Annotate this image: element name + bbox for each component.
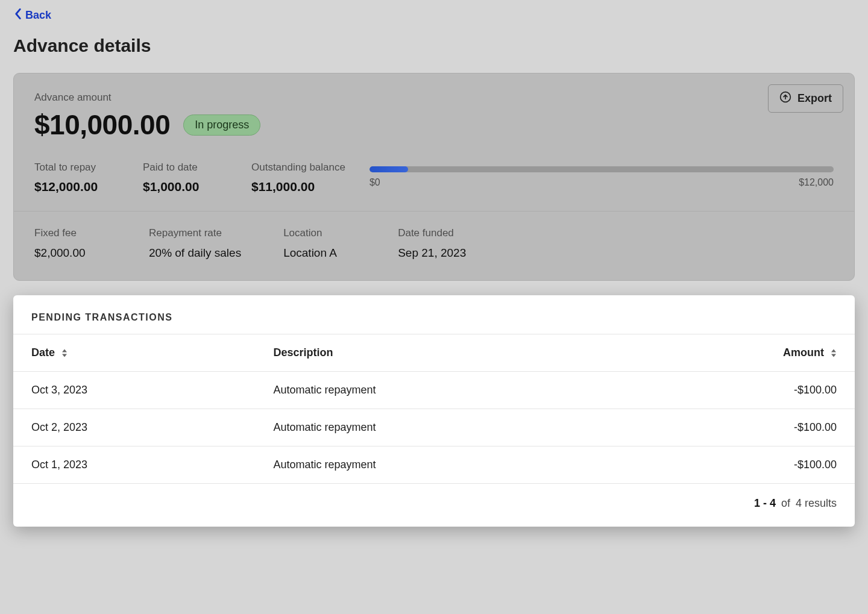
table-pagination: 1 - 4 of 4 results	[13, 483, 855, 527]
transactions-table: Date Description Amount	[13, 334, 855, 483]
sort-icon	[61, 349, 68, 357]
export-label: Export	[797, 92, 832, 105]
advance-amount-label: Advance amount	[34, 92, 834, 104]
cell-description: Automatic repayment	[256, 446, 620, 484]
meta-value: Sep 21, 2023	[398, 246, 470, 260]
col-description[interactable]: Description	[256, 334, 620, 372]
meta-label: Fixed fee	[34, 227, 107, 239]
stat-value: $11,000.00	[251, 180, 345, 194]
page-title: Advance details	[13, 36, 855, 56]
export-button[interactable]: Export	[768, 84, 843, 113]
progress-min-label: $0	[370, 177, 380, 188]
cell-date: Oct 2, 2023	[13, 409, 256, 446]
cell-amount: -$100.00	[619, 372, 855, 409]
col-description-label: Description	[274, 346, 333, 359]
progress-fill	[370, 166, 408, 172]
pagination-total: 4 results	[796, 497, 837, 509]
progress-bar	[370, 166, 834, 172]
cell-date: Oct 3, 2023	[13, 372, 256, 409]
advance-amount-value: $10,000.00	[34, 108, 170, 141]
cell-description: Automatic repayment	[256, 372, 620, 409]
meta-fixed-fee: Fixed fee $2,000.00	[34, 227, 107, 260]
meta-value: Location A	[283, 246, 356, 260]
stat-value: $12,000.00	[34, 180, 119, 194]
stat-label: Outstanding balance	[251, 161, 345, 174]
meta-value: $2,000.00	[34, 246, 107, 260]
status-badge: In progress	[183, 114, 260, 136]
pagination-of: of	[781, 497, 790, 509]
stat-label: Paid to date	[143, 161, 227, 174]
chevron-left-icon	[14, 8, 22, 22]
stat-total-to-repay: Total to repay $12,000.00	[34, 161, 119, 194]
stat-paid-to-date: Paid to date $1,000.00	[143, 161, 227, 194]
repayment-progress: $0 $12,000	[370, 161, 834, 188]
back-label: Back	[25, 9, 51, 22]
pagination-range: 1 - 4	[754, 497, 776, 509]
meta-date-funded: Date funded Sep 21, 2023	[398, 227, 470, 260]
col-date-label: Date	[31, 346, 55, 359]
col-amount[interactable]: Amount	[619, 334, 855, 372]
table-row[interactable]: Oct 1, 2023Automatic repayment-$100.00	[13, 446, 855, 484]
stat-outstanding-balance: Outstanding balance $11,000.00	[251, 161, 345, 194]
export-icon	[779, 91, 791, 106]
meta-label: Repayment rate	[149, 227, 241, 239]
stat-value: $1,000.00	[143, 180, 227, 194]
meta-label: Date funded	[398, 227, 470, 239]
table-row[interactable]: Oct 3, 2023Automatic repayment-$100.00	[13, 372, 855, 409]
table-row[interactable]: Oct 2, 2023Automatic repayment-$100.00	[13, 409, 855, 446]
meta-value: 20% of daily sales	[149, 246, 241, 260]
meta-repayment-rate: Repayment rate 20% of daily sales	[149, 227, 241, 260]
col-amount-label: Amount	[783, 346, 824, 359]
meta-label: Location	[283, 227, 356, 239]
cell-amount: -$100.00	[619, 446, 855, 484]
advance-summary-card: Export Advance amount $10,000.00 In prog…	[13, 73, 855, 281]
sort-icon	[831, 349, 837, 357]
stat-label: Total to repay	[34, 161, 119, 174]
pending-transactions-panel: PENDING TRANSACTIONS Date Description	[13, 295, 855, 527]
cell-description: Automatic repayment	[256, 409, 620, 446]
cell-amount: -$100.00	[619, 409, 855, 446]
back-link[interactable]: Back	[13, 6, 52, 25]
col-date[interactable]: Date	[13, 334, 256, 372]
pending-transactions-heading: PENDING TRANSACTIONS	[13, 295, 855, 334]
meta-location: Location Location A	[283, 227, 356, 260]
progress-max-label: $12,000	[799, 177, 834, 188]
cell-date: Oct 1, 2023	[13, 446, 256, 484]
